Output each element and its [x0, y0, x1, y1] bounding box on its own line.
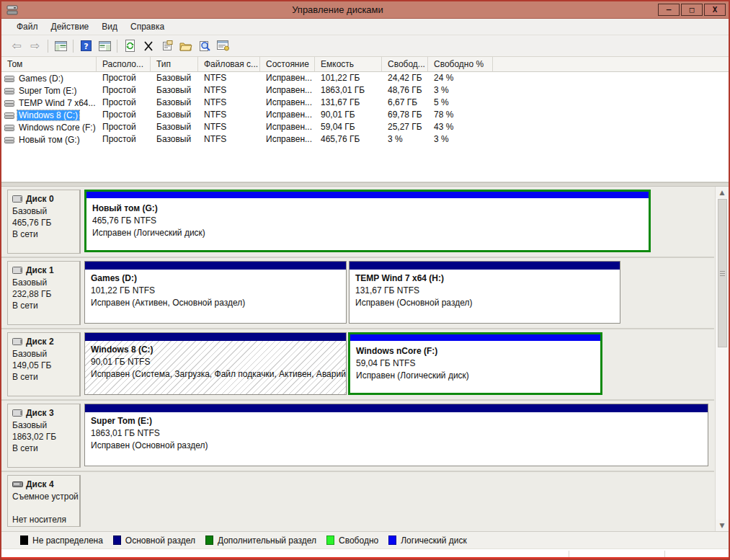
legend-primary-partition: Основной раздел [113, 535, 195, 546]
scroll-down-icon[interactable]: ▼ [716, 520, 729, 531]
disk-row-4: Диск 4 Съемное устрой Нет носителя [1, 472, 714, 530]
volume-list-header: Том Располо... Тип Файловая с... Состоян… [1, 57, 729, 72]
refresh-icon[interactable] [121, 37, 138, 55]
disk-management-window: Управление дисками – □ X Файл Действие В… [0, 0, 730, 560]
svg-text:?: ? [84, 42, 88, 51]
back-icon[interactable]: ⇦ [8, 37, 25, 55]
partition-super-tom-e[interactable]: Super Tom (E:) 1863,01 ГБ NTFS Исправен … [84, 404, 708, 466]
volume-icon [4, 87, 14, 95]
forward-icon[interactable]: ⇨ [27, 37, 44, 55]
primary-partition-color-bar [85, 333, 346, 341]
window-border-bottom [1, 557, 729, 559]
toolbar-separator [117, 40, 117, 53]
app-icon [6, 4, 19, 16]
partition-windows-ncore-f[interactable]: Windows nCore (F:) 59,04 ГБ NTFS Исправе… [348, 332, 602, 395]
toolbar-separator [48, 40, 48, 53]
free-swatch [326, 535, 334, 545]
scroll-up-icon[interactable]: ▲ [716, 187, 729, 198]
delete-icon[interactable] [140, 37, 157, 55]
table-row[interactable]: Новый том (G:) ПростойБазовыйNTFSИсправе… [1, 133, 729, 146]
settings-window-icon[interactable] [215, 37, 232, 55]
removable-disk-icon [12, 481, 24, 488]
action-pane-icon[interactable] [96, 37, 113, 55]
disk3-label[interactable]: Диск 3 Базовый 1863,02 ГБ В сети [7, 404, 81, 468]
close-button[interactable]: X [704, 4, 726, 16]
column-header-capacity[interactable]: Емкость [315, 57, 382, 72]
partition-games-d[interactable]: Games (D:) 101,22 ГБ NTFS Исправен (Акти… [84, 261, 347, 324]
legend-extended-partition: Дополнительный раздел [205, 535, 316, 546]
volume-icon [4, 75, 14, 83]
column-header-status[interactable]: Состояние [260, 57, 315, 72]
logical-swatch [388, 535, 396, 545]
minimize-button[interactable]: – [658, 4, 680, 16]
disk-row-1: Диск 1 Базовый 232,88 ГБ В сети Games (D… [1, 258, 714, 329]
disk-icon [12, 267, 24, 274]
menu-view[interactable]: Вид [95, 19, 124, 34]
primary-partition-color-bar [85, 262, 346, 270]
disk-row-2: Диск 2 Базовый 149,05 ГБ В сети Windows … [1, 329, 714, 401]
vertical-scrollbar[interactable]: ▲ ▼ [715, 187, 729, 531]
disk4-label[interactable]: Диск 4 Съемное устрой Нет носителя [7, 475, 81, 527]
table-row[interactable]: Games (D:) ПростойБазовыйNTFSИсправен...… [1, 72, 729, 84]
disk-row-3: Диск 3 Базовый 1863,02 ГБ В сети Super T… [1, 401, 714, 472]
column-header-empty [493, 57, 729, 72]
open-folder-icon[interactable] [177, 37, 195, 55]
disk-icon [12, 409, 24, 417]
logical-disk-color-bar [86, 192, 649, 200]
title-bar: Управление дисками – □ X [1, 1, 729, 19]
column-header-layout[interactable]: Располо... [97, 57, 151, 72]
disk1-label[interactable]: Диск 1 Базовый 232,88 ГБ В сети [7, 261, 81, 325]
disk-row-0: Диск 0 Базовый 465,76 ГБ В сети Новый то… [1, 187, 714, 258]
scrollbar-thumb[interactable] [718, 199, 727, 347]
help-icon[interactable]: ? [77, 37, 94, 55]
primary-partition-color-bar [350, 262, 620, 270]
table-row[interactable]: Windows nCore (F:) ПростойБазовыйNTFSИсп… [1, 121, 729, 133]
volume-icon [4, 124, 14, 132]
table-row[interactable]: TEMP Wind 7 x64... ПростойБазовыйNTFSИсп… [1, 97, 729, 109]
volume-icon [4, 99, 14, 107]
window-title: Управление дисками [19, 4, 656, 15]
extended-swatch [205, 535, 213, 545]
menu-help[interactable]: Справка [124, 19, 171, 34]
logical-disk-color-bar [350, 334, 600, 342]
volume-icon [4, 136, 14, 144]
partition-novy-tom-g[interactable]: Новый том (G:) 465,76 ГБ NTFS Исправен (… [84, 190, 651, 252]
properties-icon[interactable] [159, 37, 176, 55]
volume-list: Том Располо... Тип Файловая с... Состоян… [1, 57, 729, 182]
column-header-volume[interactable]: Том [1, 57, 97, 72]
disk0-label[interactable]: Диск 0 Базовый 465,76 ГБ В сети [7, 190, 81, 254]
legend-bar: Не распределена Основной раздел Дополнит… [1, 531, 729, 548]
table-row-selected[interactable]: Windows 8 (C:) ПростойБазовыйNTFSИсправе… [1, 109, 729, 121]
partition-temp-wind7-h[interactable]: TEMP Wind 7 x64 (H:) 131,67 ГБ NTFS Испр… [349, 261, 620, 324]
disk2-label[interactable]: Диск 2 Базовый 149,05 ГБ В сети [7, 332, 81, 396]
disk-icon [12, 195, 24, 203]
toolbar-separator [73, 40, 74, 53]
legend-free-space: Свободно [326, 535, 378, 546]
console-tree-icon[interactable] [52, 37, 69, 55]
graphical-pane: Диск 0 Базовый 465,76 ГБ В сети Новый то… [1, 187, 729, 531]
primary-partition-color-bar [85, 404, 708, 412]
menu-file[interactable]: Файл [10, 19, 45, 34]
column-header-free-pct[interactable]: Свободно % [428, 57, 493, 72]
column-header-filesystem[interactable]: Файловая с... [198, 57, 260, 72]
disk4-empty-area [84, 475, 714, 527]
column-header-free[interactable]: Свобод... [382, 57, 428, 72]
partition-windows8-c-selected[interactable]: Windows 8 (C:) 90,01 ГБ NTFS Исправен (С… [84, 332, 347, 395]
legend-unallocated: Не распределена [20, 535, 103, 546]
column-header-type[interactable]: Тип [151, 57, 198, 72]
zoom-icon[interactable] [196, 37, 213, 55]
disk-icon [12, 338, 24, 345]
unallocated-swatch [20, 535, 28, 545]
table-row[interactable]: Super Tom (E:) ПростойБазовыйNTFSИсправе… [1, 84, 729, 97]
legend-logical-disk: Логический диск [388, 535, 467, 546]
primary-swatch [113, 535, 121, 545]
volume-icon [4, 112, 14, 120]
menu-bar: Файл Действие Вид Справка [1, 19, 729, 35]
maximize-button[interactable]: □ [681, 4, 703, 16]
toolbar: ⇦ ⇨ ? [1, 35, 729, 57]
menu-action[interactable]: Действие [45, 19, 96, 34]
